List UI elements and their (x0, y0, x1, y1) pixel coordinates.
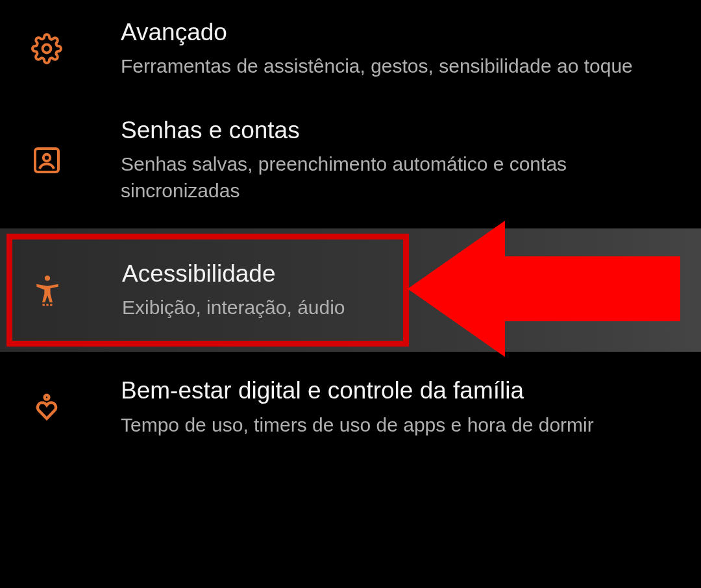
settings-item-digital-wellbeing[interactable]: Bem-estar digital e controle da família … (0, 358, 701, 456)
accessibility-icon (31, 275, 64, 306)
settings-item-title: Avançado (121, 18, 678, 47)
settings-item-subtitle: Ferramentas de assistência, gestos, sens… (121, 53, 653, 80)
svg-point-3 (45, 276, 50, 281)
settings-item-subtitle: Exibição, interação, áudio (122, 295, 654, 321)
account-box-icon (31, 145, 62, 176)
settings-item-text: Avançado Ferramentas de assistência, ges… (121, 18, 678, 80)
svg-rect-4 (43, 304, 45, 306)
settings-item-text: Bem-estar digital e controle da família … (121, 376, 678, 438)
settings-item-subtitle: Tempo de uso, timers de uso de apps e ho… (121, 412, 653, 439)
settings-item-passwords-accounts[interactable]: Senhas e contas Senhas salvas, preenchim… (0, 98, 701, 222)
settings-item-text: Acessibilidade Exibição, interação, áudi… (122, 260, 678, 321)
settings-item-title: Acessibilidade (122, 260, 678, 288)
svg-rect-6 (50, 304, 52, 306)
settings-item-title: Bem-estar digital e controle da família (121, 376, 678, 405)
settings-list: Avançado Ferramentas de assistência, ges… (0, 0, 701, 456)
settings-item-accessibility[interactable]: Acessibilidade Exibição, interação, áudi… (0, 228, 701, 352)
settings-item-text: Senhas e contas Senhas salvas, preenchim… (121, 116, 678, 204)
annotation-highlight: Acessibilidade Exibição, interação, áudi… (0, 228, 701, 352)
settings-item-subtitle: Senhas salvas, preenchimento automático … (121, 151, 653, 204)
svg-point-0 (43, 45, 51, 53)
settings-item-title: Senhas e contas (121, 116, 678, 145)
svg-point-2 (43, 154, 50, 160)
wellbeing-heart-icon (31, 392, 62, 423)
settings-item-advanced[interactable]: Avançado Ferramentas de assistência, ges… (0, 0, 701, 98)
gear-icon (31, 33, 62, 64)
svg-point-8 (45, 395, 49, 400)
svg-rect-5 (46, 304, 48, 306)
